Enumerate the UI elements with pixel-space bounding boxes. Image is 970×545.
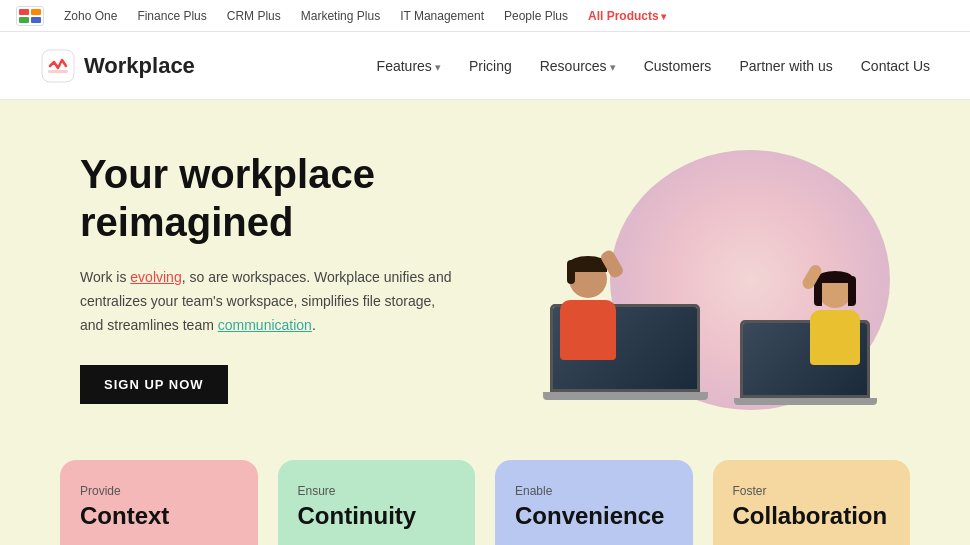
card-context-label: Provide xyxy=(80,484,238,498)
svg-rect-0 xyxy=(19,9,29,15)
card-continuity-title: Continuity xyxy=(298,502,456,530)
top-nav-people-plus[interactable]: People Plus xyxy=(504,9,568,23)
card-context: Provide Context xyxy=(60,460,258,545)
card-convenience-label: Enable xyxy=(515,484,673,498)
nav-customers[interactable]: Customers xyxy=(644,58,712,74)
zoho-logo-icon xyxy=(16,6,44,26)
card-convenience-title: Convenience xyxy=(515,502,673,530)
brand-name: Workplace xyxy=(84,53,195,79)
brand[interactable]: Workplace xyxy=(40,48,195,84)
top-nav-finance-plus[interactable]: Finance Plus xyxy=(137,9,206,23)
top-nav-it-management[interactable]: IT Management xyxy=(400,9,484,23)
highlight-evolving: evolving xyxy=(130,269,181,285)
hero-description: Work is evolving, so are workspaces. Wor… xyxy=(80,266,460,337)
nav-pricing[interactable]: Pricing xyxy=(469,58,512,74)
brand-icon xyxy=(40,48,76,84)
cards-section: Provide Context Ensure Continuity xyxy=(0,440,970,545)
hero-text: Your workplace reimagined Work is evolvi… xyxy=(80,150,540,404)
svg-rect-1 xyxy=(31,9,41,15)
main-nav-links: Features Pricing Resources Customers Par… xyxy=(377,58,930,74)
nav-features[interactable]: Features xyxy=(377,58,441,74)
svg-rect-2 xyxy=(19,17,29,23)
card-context-title: Context xyxy=(80,502,238,530)
card-continuity: Ensure Continuity xyxy=(278,460,476,545)
card-collaboration-title: Collaboration xyxy=(733,502,891,530)
svg-rect-3 xyxy=(31,17,41,23)
top-nav-crm-plus[interactable]: CRM Plus xyxy=(227,9,281,23)
card-convenience: Enable Convenience A| AI xyxy=(495,460,693,545)
card-collaboration: Foster Collaboration xyxy=(713,460,911,545)
main-nav: Workplace Features Pricing Resources Cus… xyxy=(0,32,970,100)
highlight-communication: communication xyxy=(218,317,312,333)
svg-rect-5 xyxy=(48,70,68,73)
hero-section: Your workplace reimagined Work is evolvi… xyxy=(0,100,970,440)
top-nav-zoho-one[interactable]: Zoho One xyxy=(64,9,117,23)
hero-illustration xyxy=(550,150,890,410)
person-left xyxy=(560,260,616,360)
nav-partner[interactable]: Partner with us xyxy=(739,58,832,74)
nav-resources[interactable]: Resources xyxy=(540,58,616,74)
nav-contact[interactable]: Contact Us xyxy=(861,58,930,74)
signup-button[interactable]: SIGN UP NOW xyxy=(80,365,228,404)
top-bar: Zoho One Finance Plus CRM Plus Marketing… xyxy=(0,0,970,32)
card-collaboration-label: Foster xyxy=(733,484,891,498)
top-nav-marketing-plus[interactable]: Marketing Plus xyxy=(301,9,380,23)
zoho-logo[interactable] xyxy=(16,6,44,26)
top-nav-all-products[interactable]: All Products xyxy=(588,9,666,23)
person-right xyxy=(810,274,860,365)
card-continuity-label: Ensure xyxy=(298,484,456,498)
hero-title: Your workplace reimagined xyxy=(80,150,540,246)
